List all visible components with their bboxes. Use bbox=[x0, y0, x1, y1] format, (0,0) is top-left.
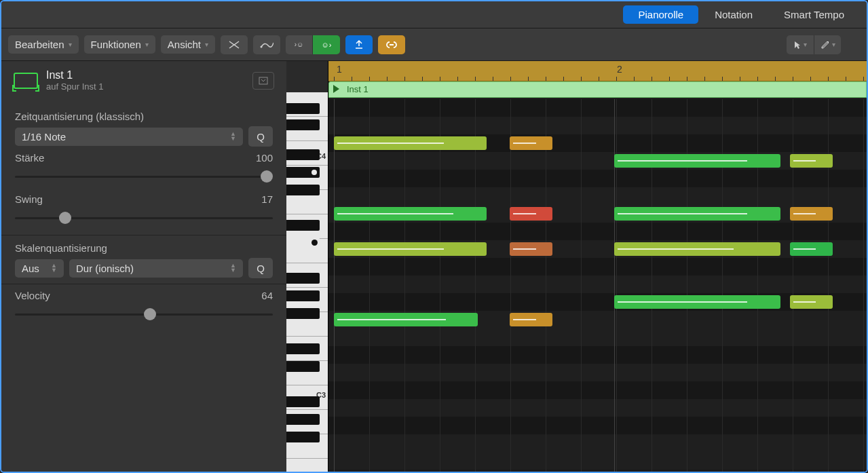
velocity-slider[interactable] bbox=[15, 307, 273, 322]
piano-keyboard[interactable]: C4C3 bbox=[286, 61, 328, 473]
midi-note[interactable] bbox=[334, 242, 487, 256]
strength-value[interactable]: 100 bbox=[256, 152, 273, 164]
velocity-value[interactable]: 64 bbox=[261, 290, 273, 301]
chevron-down-icon: ▾ bbox=[145, 41, 149, 48]
scale-mode-value: Dur (ionisch) bbox=[76, 263, 134, 274]
edit-label: Bearbeiten bbox=[15, 39, 64, 50]
tab-smarttempo[interactable]: Smart Tempo bbox=[769, 5, 859, 24]
swing-value[interactable]: 17 bbox=[261, 193, 273, 205]
svg-rect-1 bbox=[259, 77, 267, 84]
scale-key-select[interactable]: Aus▲▼ bbox=[15, 259, 64, 278]
midi-note[interactable] bbox=[614, 295, 780, 309]
bar-number: 1 bbox=[337, 64, 342, 75]
region-bar-label: Inst 1 bbox=[347, 84, 369, 94]
region-track: auf Spur Inst 1 bbox=[46, 81, 104, 92]
quantize-button[interactable]: Q bbox=[248, 126, 273, 147]
tab-notation[interactable]: Notation bbox=[700, 5, 768, 24]
midi-note[interactable] bbox=[510, 242, 552, 256]
quantize-label: Zeitquantisierung (klassisch) bbox=[15, 111, 273, 122]
pointer-tool[interactable]: ▾ bbox=[787, 35, 814, 54]
scale-quant-label: Skalenquantisierung bbox=[15, 242, 273, 254]
strength-label: Stärke bbox=[15, 152, 44, 164]
ruler[interactable]: 1 2 bbox=[328, 61, 867, 81]
midi-note[interactable] bbox=[614, 242, 780, 256]
inspector-collapse-button[interactable] bbox=[252, 72, 274, 90]
swing-slider[interactable] bbox=[15, 210, 273, 225]
piano-roll-editor: C4C3 1 2 Inst 1 bbox=[286, 61, 867, 473]
midi-out-glyph: ›☺ bbox=[295, 41, 304, 48]
catch-icon[interactable] bbox=[345, 35, 373, 54]
toolbar: Bearbeiten▾ Funktionen▾ Ansicht▾ ›☺ ☺› ▾… bbox=[1, 29, 867, 61]
pencil-tool[interactable]: ▾ bbox=[814, 35, 841, 54]
view-label: Ansicht bbox=[168, 39, 201, 50]
midi-note[interactable] bbox=[790, 154, 833, 168]
scale-key-value: Aus bbox=[22, 263, 39, 274]
swing-label: Swing bbox=[15, 193, 43, 205]
inspector-panel: Inst 1 auf Spur Inst 1 Zeitquantisierung… bbox=[1, 61, 286, 473]
tab-pianoroll[interactable]: Pianorolle bbox=[623, 5, 698, 24]
midi-note[interactable] bbox=[510, 136, 552, 150]
midi-out-icon[interactable]: ☺› bbox=[313, 35, 340, 54]
quantize-select[interactable]: 1/16 Note▲▼ bbox=[15, 128, 243, 146]
region-name[interactable]: Inst 1 bbox=[46, 69, 104, 81]
automation-icon[interactable] bbox=[253, 35, 280, 54]
tool-selector: ▾ ▾ bbox=[787, 35, 841, 54]
functions-menu[interactable]: Funktionen▾ bbox=[84, 35, 155, 54]
scale-mode-select[interactable]: Dur (ionisch)▲▼ bbox=[69, 259, 243, 278]
stepper-icon: ▲▼ bbox=[230, 263, 236, 273]
functions-label: Funktionen bbox=[91, 39, 141, 50]
instrument-icon bbox=[14, 73, 38, 89]
link-icon[interactable] bbox=[378, 35, 405, 54]
midi-note[interactable] bbox=[790, 242, 833, 256]
stepper-icon: ▲▼ bbox=[230, 132, 236, 141]
midi-note[interactable] bbox=[790, 207, 833, 221]
scale-quantize-button[interactable]: Q bbox=[248, 258, 273, 278]
midi-note[interactable] bbox=[334, 207, 487, 221]
view-menu[interactable]: Ansicht▾ bbox=[161, 35, 215, 54]
midi-in-icon[interactable]: ›☺ bbox=[286, 35, 313, 54]
midi-note[interactable] bbox=[614, 154, 780, 168]
midi-note[interactable] bbox=[510, 313, 552, 326]
edit-menu[interactable]: Bearbeiten▾ bbox=[8, 35, 79, 54]
collapse-icon[interactable] bbox=[221, 35, 248, 54]
slider-thumb[interactable] bbox=[261, 170, 273, 183]
quantize-value: 1/16 Note bbox=[22, 131, 66, 143]
midi-note[interactable] bbox=[334, 136, 487, 150]
midi-note[interactable] bbox=[790, 295, 833, 309]
editor-tabs: Pianorolle Notation Smart Tempo bbox=[1, 1, 867, 29]
midi-note[interactable] bbox=[510, 207, 552, 221]
slider-thumb[interactable] bbox=[144, 308, 156, 320]
midi-out-glyph: ☺› bbox=[322, 41, 332, 49]
chevron-down-icon: ▾ bbox=[69, 41, 72, 48]
strength-slider[interactable] bbox=[15, 169, 273, 184]
bar-number: 2 bbox=[617, 64, 622, 75]
chevron-down-icon: ▾ bbox=[804, 41, 807, 48]
stepper-icon: ▲▼ bbox=[51, 263, 57, 273]
midi-note[interactable] bbox=[614, 207, 780, 221]
region-header[interactable]: Inst 1 bbox=[328, 81, 867, 98]
svg-point-0 bbox=[260, 45, 262, 48]
chevron-down-icon: ▾ bbox=[832, 41, 835, 48]
slider-thumb[interactable] bbox=[59, 212, 71, 224]
play-icon bbox=[333, 85, 339, 93]
velocity-label: Velocity bbox=[15, 290, 50, 301]
note-grid[interactable] bbox=[328, 99, 867, 473]
chevron-down-icon: ▾ bbox=[205, 41, 208, 48]
midi-note[interactable] bbox=[334, 313, 478, 326]
